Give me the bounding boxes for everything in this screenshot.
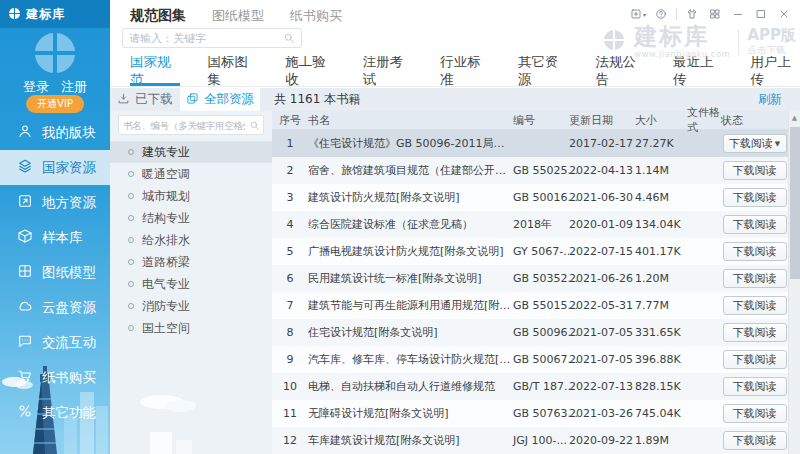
category-item-4[interactable]: 给水排水 <box>110 229 272 251</box>
sidebar-item-8[interactable]: 其它功能 <box>0 395 110 430</box>
download-read-button[interactable]: 下载阅读 <box>723 404 787 423</box>
minimize-button[interactable] <box>730 6 746 22</box>
main-tab-7[interactable]: 最近上传 <box>673 56 723 86</box>
row-index: 12 <box>272 434 308 447</box>
category-item-5[interactable]: 道路桥梁 <box>110 251 272 273</box>
filter-search-input[interactable] <box>119 120 249 131</box>
download-read-button[interactable]: 下载阅读 <box>723 377 787 396</box>
search-icon[interactable] <box>283 32 301 44</box>
main-tab-4[interactable]: 行业标准 <box>440 56 490 86</box>
category-item-7[interactable]: 消防专业 <box>110 295 272 317</box>
download-read-button[interactable]: 下载阅读 <box>723 323 787 342</box>
book-code: GB 50096... <box>513 326 569 339</box>
app-tab-2[interactable]: 纸书购买 <box>290 7 342 25</box>
row-index: 9 <box>272 353 308 366</box>
main-tab-6[interactable]: 法规公告 <box>595 56 645 86</box>
table-row[interactable]: 7建筑节能与可再生能源利用通用规范[附条文说明]GB 55015...2022-… <box>272 292 788 319</box>
download-read-button[interactable]: 下载阅读 <box>723 242 787 261</box>
search-input[interactable] <box>123 32 283 45</box>
refresh-button[interactable]: 刷新 <box>758 91 782 108</box>
downloaded-tab[interactable]: 已下载 <box>110 88 180 111</box>
main-tab-0[interactable]: 国家规范 <box>130 56 180 86</box>
vip-badge[interactable]: 开通VIP <box>26 95 84 113</box>
table-row[interactable]: 4综合医院建设标准（征求意见稿）2018年2020-01-09134.04K下载… <box>272 211 788 238</box>
main-tab-5[interactable]: 其它资源 <box>518 56 568 86</box>
download-icon <box>117 92 130 108</box>
watermark-app-download[interactable]: 点击下载 <box>747 44 796 57</box>
cart-icon <box>17 368 33 387</box>
bullet-icon <box>128 237 134 243</box>
book-code: GB 50067... <box>513 353 569 366</box>
download-read-button[interactable]: 下载阅读 <box>723 431 787 450</box>
scroll-up-icon[interactable]: ▲ <box>789 111 800 124</box>
book-size: 401.17K <box>635 245 687 258</box>
book-size: 331.65K <box>635 326 687 339</box>
table-row[interactable]: 11无障碍设计规范[附条文说明]GB 50763...2021-03-26745… <box>272 400 788 427</box>
category-item-2[interactable]: 城市规划 <box>110 185 272 207</box>
category-item-3[interactable]: 结构专业 <box>110 207 272 229</box>
category-item-8[interactable]: 国土空间 <box>110 317 272 339</box>
table-row[interactable]: 8住宅设计规范[附条文说明]GB 50096...2021-07-05331.6… <box>272 319 788 346</box>
sidebar-item-5[interactable]: 云盘资源 <box>0 290 110 325</box>
category-item-6[interactable]: 电气专业 <box>110 273 272 295</box>
main-tab-3[interactable]: 注册考试 <box>363 56 413 86</box>
table-row[interactable]: 6民用建筑设计统一标准[附条文说明]GB 50352...2021-06-261… <box>272 265 788 292</box>
main-tab-2[interactable]: 施工验收 <box>285 56 335 86</box>
watermark-app-label: APP版 <box>747 27 796 44</box>
download-read-button[interactable]: 下载阅读 <box>723 296 787 315</box>
register-link[interactable]: 注册 <box>61 79 87 94</box>
category-item-0[interactable]: 建筑专业 <box>110 141 272 163</box>
app-tab-0[interactable]: 规范图集 <box>130 7 186 25</box>
vertical-scrollbar[interactable]: ▲ <box>788 111 800 454</box>
download-read-button[interactable]: 下载阅读 <box>723 188 787 207</box>
book-code: JGJ 100-... <box>513 434 569 447</box>
main-tab-8[interactable]: 用户上传 <box>751 56 800 86</box>
download-read-button[interactable]: 下载阅读 <box>723 269 787 288</box>
table-header: 序号书名编号更新日期大小文件格式状态 <box>272 111 788 130</box>
sidebar-item-4[interactable]: 图纸模型 <box>0 255 110 290</box>
row-index: 5 <box>272 245 308 258</box>
book-code: GB 55025... <box>513 164 569 177</box>
book-date: 2021-03-26 <box>569 407 635 420</box>
download-read-button[interactable]: 下载阅读▼ <box>723 134 787 153</box>
maximize-button[interactable] <box>753 6 769 22</box>
brand-watermark: 建标库 www.jianbiaoku.com APP版 点击下载 <box>602 25 796 59</box>
category-item-1[interactable]: 暖通空调 <box>110 163 272 185</box>
login-link[interactable]: 登录 <box>23 79 49 94</box>
main-tab-1[interactable]: 国标图集 <box>208 56 258 86</box>
download-read-button[interactable]: 下载阅读 <box>723 161 787 180</box>
table-row[interactable]: 5广播电视建筑设计防火规范[附条文说明]GY 5067-...2022-07-1… <box>272 238 788 265</box>
table-row[interactable]: 12车库建筑设计规范[附条文说明]JGJ 100-...2020-09-221.… <box>272 427 788 454</box>
sidebar-item-7[interactable]: 纸书购买 <box>0 360 110 395</box>
sidebar-item-6[interactable]: 交流互动 <box>0 325 110 360</box>
scrollbar-thumb[interactable] <box>790 127 800 279</box>
topbar: 建标库 www.jianbiaoku.com APP版 点击下载 规范图集图纸模… <box>110 0 800 56</box>
sidebar-item-2[interactable]: 地方资源 <box>0 185 110 220</box>
filter-search-icon[interactable] <box>249 120 263 131</box>
column-header-4: 大小 <box>635 113 687 128</box>
downloaded-tab-label: 已下载 <box>135 91 173 108</box>
table-row[interactable]: 3建筑设计防火规范[附条文说明]GB 50016...2021-06-304.4… <box>272 184 788 211</box>
sidebar-item-0[interactable]: 我的版块 <box>0 115 110 150</box>
help-button[interactable] <box>653 6 669 22</box>
apps-button[interactable] <box>707 6 723 22</box>
column-header-6: 状态 <box>721 113 788 128</box>
close-button[interactable] <box>776 6 792 22</box>
watermark-divider <box>738 29 739 55</box>
book-title: 民用建筑设计统一标准[附条文说明] <box>308 271 513 286</box>
download-read-button[interactable]: 下载阅读 <box>723 215 787 234</box>
new-window-button[interactable]: ▾ <box>630 6 646 22</box>
table-row[interactable]: 9汽车库、修车库、停车场设计防火规范[附条文说明]GB 50067...2021… <box>272 346 788 373</box>
clouds-decoration <box>110 384 272 454</box>
watermark-logo-icon <box>602 28 626 56</box>
table-row[interactable]: 10电梯、自动扶梯和自动人行道维修规范GB/T 187...2022-07-13… <box>272 373 788 400</box>
sidebar-item-3[interactable]: 样本库 <box>0 220 110 255</box>
download-read-button[interactable]: 下载阅读 <box>723 350 787 369</box>
table-row[interactable]: 2宿舍、旅馆建筑项目规范（住建部公开版）GB 55025...2022-04-1… <box>272 157 788 184</box>
theme-button[interactable] <box>684 6 700 22</box>
sidebar-item-1[interactable]: 国家资源 <box>0 150 110 185</box>
all-resources-tab[interactable]: 全部资源 <box>180 88 260 111</box>
app-tab-1[interactable]: 图纸模型 <box>212 7 264 25</box>
sidebar-item-label: 交流互动 <box>42 334 96 352</box>
row-index: 2 <box>272 164 308 177</box>
